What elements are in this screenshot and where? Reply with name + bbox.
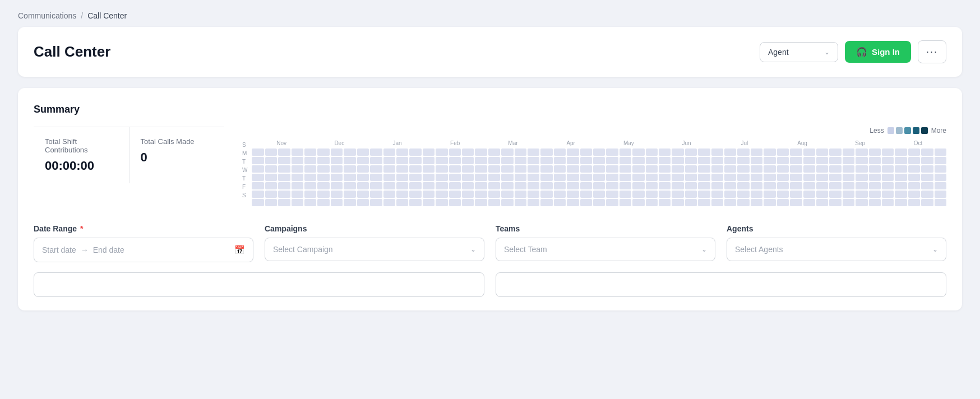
heatmap-cell xyxy=(554,157,566,164)
legend-sq-3 xyxy=(913,127,919,134)
heatmap-cell xyxy=(317,182,329,189)
heatmap-cell xyxy=(685,157,697,164)
month-jan: Jan xyxy=(369,140,426,146)
breadcrumb: Communications / Call Center xyxy=(0,0,980,27)
heatmap-cell xyxy=(724,149,736,156)
heatmap-cell xyxy=(921,182,933,189)
heatmap-cols-wrapper: Nov Dec Jan Feb Mar Apr May Jun Jul Aug … xyxy=(252,140,946,206)
heatmap-cell xyxy=(357,199,369,206)
heatmap-cell xyxy=(724,165,736,173)
agents-placeholder: Select Agents xyxy=(735,245,783,254)
heatmap-cell xyxy=(869,191,881,198)
heatmap-cell xyxy=(436,199,447,206)
heatmap-cell xyxy=(737,157,749,164)
heatmap-cell xyxy=(646,182,658,189)
legend-sq-2 xyxy=(904,127,911,134)
heatmap-cell xyxy=(396,174,408,181)
heatmap-cell xyxy=(567,149,579,156)
heatmap-cell xyxy=(475,174,487,181)
sign-in-button[interactable]: 🎧 Sign In xyxy=(845,41,911,63)
heatmap-cell xyxy=(856,165,867,173)
heatmap-cell xyxy=(331,149,343,156)
heatmap-cell xyxy=(764,191,775,198)
agents-dropdown[interactable]: Select Agents ⌄ xyxy=(727,238,946,261)
ellipsis-icon: ··· xyxy=(926,46,938,57)
heatmap-cell xyxy=(632,182,644,189)
total-calls-label: Total Calls Made xyxy=(141,137,214,146)
heatmap-cell xyxy=(488,191,500,198)
chevron-down-icon: ⌄ xyxy=(932,245,938,253)
heatmap-cell xyxy=(620,157,631,164)
campaigns-dropdown[interactable]: Select Campaign ⌄ xyxy=(265,238,484,261)
heatmap-cell xyxy=(632,157,644,164)
heatmap-cell xyxy=(895,199,907,206)
heatmap-cell xyxy=(501,191,513,198)
heatmap-cell xyxy=(515,191,526,198)
heatmap-cell xyxy=(935,191,946,198)
more-options-button[interactable]: ··· xyxy=(918,40,946,63)
heatmap-cell xyxy=(528,174,539,181)
heatmap-cell xyxy=(396,157,408,164)
date-range-input[interactable]: Start date → End date 📅 xyxy=(34,238,253,262)
heatmap-cell xyxy=(383,157,395,164)
heatmap-cell xyxy=(790,199,802,206)
heatmap-cell xyxy=(593,157,605,164)
heatmap-cell xyxy=(265,174,277,181)
heatmap-cell xyxy=(869,199,881,206)
heatmap-cell xyxy=(882,199,894,206)
page-wrapper: Call Center Agent ⌄ 🎧 Sign In ··· Summar… xyxy=(0,27,980,328)
breadcrumb-parent[interactable]: Communications xyxy=(18,11,76,20)
total-shift-value: 00:00:00 xyxy=(45,159,118,173)
campaigns-filter-group: Campaigns Select Campaign ⌄ xyxy=(265,224,484,262)
heatmap-cell xyxy=(646,191,658,198)
heatmap-cell xyxy=(488,165,500,173)
heatmap-cell xyxy=(790,191,802,198)
heatmap-cell xyxy=(462,157,474,164)
heatmap-cell xyxy=(816,165,828,173)
heatmap-cell xyxy=(409,149,421,156)
heatmap-cell xyxy=(423,165,434,173)
heatmap-cell xyxy=(816,149,828,156)
heatmap-cell xyxy=(737,149,749,156)
heatmap-cell xyxy=(331,157,343,164)
heatmap-cell xyxy=(580,165,592,173)
heatmap-cell xyxy=(252,165,264,173)
legend-squares xyxy=(887,127,928,134)
heatmap-grid-container: S M T W T F S Nov Dec Jan xyxy=(242,140,946,206)
heatmap-cell xyxy=(711,157,723,164)
heatmap-cell xyxy=(632,174,644,181)
heatmap-cell xyxy=(317,149,329,156)
heatmap-cell xyxy=(829,149,841,156)
month-aug: Aug xyxy=(774,140,830,146)
heatmap-cell xyxy=(252,174,264,181)
heatmap-cell xyxy=(737,191,749,198)
heatmap-cell xyxy=(540,191,552,198)
heatmap-cell xyxy=(777,165,789,173)
chevron-down-icon: ⌄ xyxy=(701,245,707,253)
heatmap-cell xyxy=(554,174,566,181)
heatmap-cell xyxy=(436,149,447,156)
heatmap-cell xyxy=(764,199,775,206)
heatmap-cell xyxy=(908,182,920,189)
heatmap-cell xyxy=(554,182,566,189)
heatmap-cell xyxy=(593,174,605,181)
month-jul: Jul xyxy=(716,140,773,146)
heatmap-cell xyxy=(816,191,828,198)
heatmap-cell xyxy=(344,149,355,156)
heatmap-cell xyxy=(331,191,343,198)
total-shift-label: Total Shift Contributions xyxy=(45,137,118,154)
day-label-w: W xyxy=(242,166,247,174)
heatmap-cell xyxy=(383,199,395,206)
heatmap-cell xyxy=(777,182,789,189)
required-marker: * xyxy=(80,224,83,233)
heatmap-cell xyxy=(449,182,461,189)
heatmap-cell xyxy=(317,199,329,206)
bottom-strip-item-1 xyxy=(34,272,484,297)
heatmap-cell xyxy=(606,191,618,198)
agent-dropdown[interactable]: Agent ⌄ xyxy=(760,42,838,62)
date-range-inner: Start date → End date xyxy=(42,245,230,254)
day-label-s2: S xyxy=(242,192,247,199)
heatmap-cell xyxy=(843,157,854,164)
heatmap-cell xyxy=(383,182,395,189)
teams-dropdown[interactable]: Select Team ⌄ xyxy=(496,238,715,261)
